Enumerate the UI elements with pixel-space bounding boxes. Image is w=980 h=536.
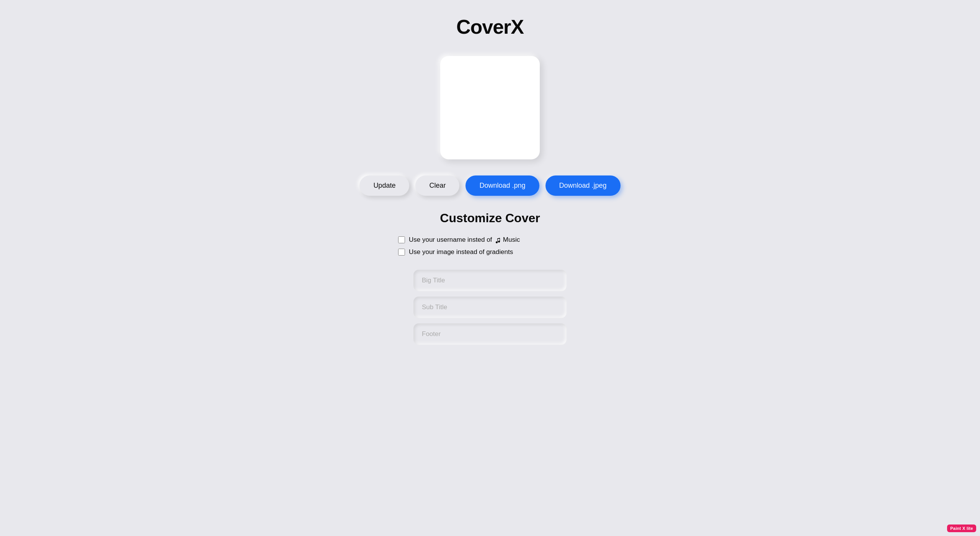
footer-input[interactable] bbox=[413, 323, 567, 345]
checkbox-username[interactable] bbox=[398, 236, 405, 243]
paint-x-badge: Paint X lite bbox=[947, 525, 976, 532]
checkbox-row-username: Use your username insted of Music bbox=[398, 236, 520, 244]
clear-button[interactable]: Clear bbox=[415, 175, 459, 196]
text-fields bbox=[413, 270, 567, 345]
checkbox-image[interactable] bbox=[398, 249, 405, 256]
cover-preview bbox=[440, 56, 540, 159]
cover-preview-container bbox=[436, 52, 544, 163]
customize-title: Customize Cover bbox=[440, 211, 540, 225]
sub-title-input[interactable] bbox=[413, 297, 567, 318]
app-title: CoverX bbox=[456, 15, 524, 38]
download-jpeg-button[interactable]: Download .jpeg bbox=[546, 175, 621, 196]
big-title-input[interactable] bbox=[413, 270, 567, 291]
checkboxes-container: Use your username insted of Music Use yo… bbox=[398, 236, 520, 256]
update-button[interactable]: Update bbox=[359, 175, 409, 196]
checkbox-row-image: Use your image instead of gradients bbox=[398, 248, 520, 256]
action-buttons: Update Clear Download .png Download .jpe… bbox=[359, 175, 620, 196]
checkbox-image-label: Use your image instead of gradients bbox=[409, 248, 513, 256]
checkbox-username-label: Use your username insted of Music bbox=[409, 236, 520, 244]
apple-music-icon bbox=[495, 237, 501, 243]
download-png-button[interactable]: Download .png bbox=[466, 175, 539, 196]
customize-section: Customize Cover Use your username insted… bbox=[375, 211, 605, 345]
